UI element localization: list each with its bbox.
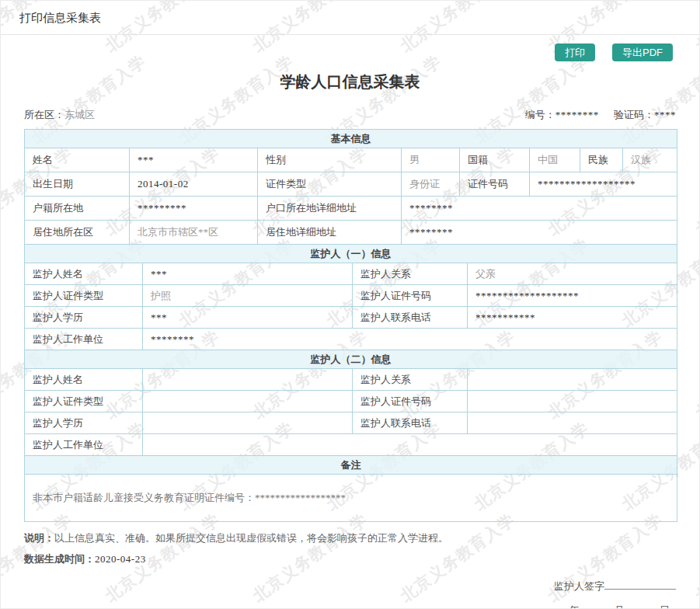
guardian2-table: 监护人（二）信息 监护人姓名 监护人关系 监护人证件类型 监护人证件号码 监护人…: [24, 350, 677, 456]
table-row: 监护人工作单位: [25, 434, 677, 456]
residence-addr-value: ********: [402, 221, 677, 245]
name-label: 姓名: [25, 148, 130, 172]
serial-captcha-fields: 编号：******** 验证码：****: [513, 108, 676, 122]
nationality-label: 国籍: [460, 148, 530, 172]
cert-no-value: ******************: [530, 172, 677, 197]
generated-time-value: 2020-04-23: [95, 553, 146, 565]
guardian2-name-label: 监护人姓名: [25, 369, 143, 391]
guardian2-cert-no-label: 监护人证件号码: [353, 391, 468, 412]
birth-date-value: 2014-01-02: [130, 172, 258, 197]
captcha-value: ****: [654, 109, 676, 120]
guardian2-cert-type-value: [143, 391, 353, 412]
table-row: 出生日期 2014-01-02 证件类型 身份证 证件号码 **********…: [25, 172, 677, 197]
export-pdf-button[interactable]: 导出PDF: [612, 44, 673, 61]
guardian1-employer-value: ********: [143, 329, 677, 350]
guardian1-cert-no-label: 监护人证件号码: [353, 285, 468, 307]
guardian2-name-value: [143, 369, 353, 391]
guardian1-cert-no-value: *******************: [468, 285, 677, 307]
table-row: 监护人证件类型 护照 监护人证件号码 *******************: [25, 285, 677, 307]
guardian2-education-value: [143, 412, 353, 434]
guardian2-cert-no-value: [468, 391, 677, 412]
guardian1-phone-value: ***********: [468, 307, 677, 329]
table-row: 监护人姓名 *** 监护人关系 父亲: [25, 263, 677, 285]
guardian1-relation-value: 父亲: [468, 263, 677, 285]
gender-label: 性别: [258, 148, 402, 172]
guardian1-education-label: 监护人学历: [25, 307, 143, 329]
table-row: 监护人工作单位 ********: [25, 329, 677, 350]
statement-line: 说明：以上信息真实、准确。如果所提交信息出现虚假或错误，将会影响孩子的正常入学进…: [24, 531, 676, 545]
print-preview-page: 打印信息采集表 打印 导出PDF 学龄人口信息采集表 所在区：东城区 编号：**…: [1, 1, 699, 609]
remarks-content: 非本市户籍适龄儿童接受义务教育证明证件编号：******************: [25, 475, 677, 522]
serial-label: 编号：: [525, 109, 555, 120]
cert-type-label: 证件类型: [258, 172, 402, 197]
table-row: 监护人学历 *** 监护人联系电话 ***********: [25, 307, 677, 329]
hukou-addr-label: 户口所在地详细地址: [258, 197, 402, 221]
guardian2-relation-label: 监护人关系: [353, 369, 468, 391]
statement-text: 以上信息真实、准确。如果所提交信息出现虚假或错误，将会影响孩子的正常入学进程。: [54, 532, 448, 544]
guardian2-education-label: 监护人学历: [25, 412, 143, 434]
hukou-label: 户籍所在地: [25, 197, 130, 221]
guardian1-name-label: 监护人姓名: [25, 263, 143, 285]
cert-type-value: 身份证: [402, 172, 460, 197]
name-value: ***: [130, 148, 258, 172]
print-button[interactable]: 打印: [555, 44, 595, 61]
ethnicity-label: 民族: [580, 148, 623, 172]
date-year-label: 年: [569, 604, 580, 609]
table-row: 户籍所在地 ********* 户口所在地详细地址 ********: [25, 197, 677, 221]
toolbar: 打印 导出PDF: [1, 35, 699, 61]
page-title: 打印信息采集表: [1, 1, 699, 35]
captcha-field: 验证码：****: [614, 109, 676, 120]
generated-time-label: 数据生成时间：: [24, 553, 95, 565]
guardian2-phone-label: 监护人联系电话: [353, 412, 468, 434]
statement-label: 说明：: [24, 532, 54, 544]
signature-line: 监护人签字: [1, 579, 676, 593]
signature-date-line: 年 月 日: [1, 604, 670, 609]
form-meta-row: 所在区：东城区 编号：******** 验证码：****: [24, 108, 676, 122]
table-row: 居住地所在区 北京市市辖区**区 居住地详细地址 ********: [25, 221, 677, 245]
guardian2-cert-type-label: 监护人证件类型: [25, 391, 143, 412]
guardian1-cert-type-label: 监护人证件类型: [25, 285, 143, 307]
remarks-table: 备注 非本市户籍适龄儿童接受义务教育证明证件编号：***************…: [24, 455, 677, 522]
guardian2-employer-label: 监护人工作单位: [25, 434, 143, 456]
district-label: 所在区：: [24, 109, 64, 120]
generated-time-line: 数据生成时间：2020-04-23: [24, 552, 676, 566]
ethnicity-value: 汉族: [623, 148, 677, 172]
table-row: 监护人学历 监护人联系电话: [25, 412, 677, 434]
guardian2-phone-value: [468, 412, 677, 434]
guardian1-education-value: ***: [143, 307, 353, 329]
nationality-value: 中国: [530, 148, 580, 172]
serial-field: 编号：********: [525, 109, 599, 120]
gender-value: 男: [402, 148, 460, 172]
guardian1-section-title: 监护人（一）信息: [25, 245, 677, 263]
date-day-label: 日: [660, 604, 670, 609]
residence-district-value: 北京市市辖区**区: [130, 221, 258, 245]
table-row: 非本市户籍适龄儿童接受义务教育证明证件编号：******************: [25, 475, 677, 522]
guardian1-relation-label: 监护人关系: [353, 263, 468, 285]
remarks-section-title: 备注: [25, 456, 677, 475]
cert-no-label: 证件号码: [460, 172, 530, 197]
table-row: 姓名 *** 性别 男 国籍 中国 民族 汉族: [25, 148, 677, 172]
signature-blank: [604, 579, 676, 590]
residence-district-label: 居住地所在区: [25, 221, 130, 245]
guardian1-cert-type-value: 护照: [143, 285, 353, 307]
guardian1-phone-label: 监护人联系电话: [353, 307, 468, 329]
hukou-value: *********: [130, 197, 258, 221]
table-row: 监护人证件类型 监护人证件号码: [25, 391, 677, 412]
guardian1-table: 监护人（一）信息 监护人姓名 *** 监护人关系 父亲 监护人证件类型 护照 监…: [24, 244, 677, 350]
captcha-label: 验证码：: [614, 109, 654, 120]
guardian2-employer-value: [143, 434, 677, 456]
basic-info-section-title: 基本信息: [25, 130, 677, 148]
guardian2-relation-value: [468, 369, 677, 391]
signature-label: 监护人签字: [554, 580, 604, 592]
date-month-label: 月: [615, 604, 625, 609]
birth-date-label: 出生日期: [25, 172, 130, 197]
residence-addr-label: 居住地详细地址: [258, 221, 402, 245]
hukou-addr-value: ********: [402, 197, 677, 221]
guardian2-section-title: 监护人（二）信息: [25, 350, 677, 369]
guardian1-employer-label: 监护人工作单位: [25, 329, 143, 350]
district-value: 东城区: [64, 109, 95, 120]
basic-info-table: 基本信息 姓名 *** 性别 男 国籍 中国 民族 汉族 出生日期 2014-0…: [24, 129, 677, 245]
serial-value: ********: [555, 109, 599, 120]
table-row: 监护人姓名 监护人关系: [25, 369, 677, 391]
district-field: 所在区：东城区: [24, 108, 95, 122]
